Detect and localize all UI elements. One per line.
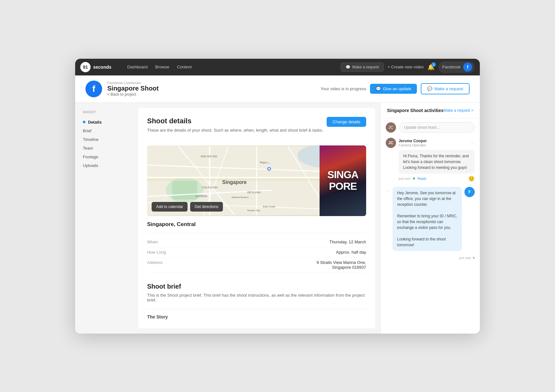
outgoing-avatar: F: [464, 187, 475, 197]
jerome-message-bubble: Hi Fiona, Thanks for the reminder, and l…: [399, 150, 475, 174]
sidebar-item-team[interactable]: Team: [83, 144, 125, 152]
sidebar-item-brief[interactable]: Brief: [83, 126, 125, 135]
sidebar-footage-label: Footage: [83, 154, 98, 159]
sidebar: SHOOT Details Brief Timeline Team Footag…: [75, 103, 133, 334]
nav-dashboard[interactable]: Dashboard: [127, 65, 148, 69]
user-initial: f: [467, 65, 469, 70]
sidebar-item-footage[interactable]: Footage: [83, 152, 125, 161]
project-actions: Your video is in progress 💬 Give an upda…: [321, 83, 470, 94]
jerome-message-footer: just now Reply 🙂: [399, 176, 475, 182]
nav-browse[interactable]: Browse: [155, 65, 169, 69]
outgoing-more-button[interactable]: ···: [386, 188, 390, 194]
shoot-details-title-area: Shoot details These are the details of y…: [147, 117, 323, 139]
project-logo: f: [85, 81, 102, 97]
create-video-button[interactable]: + Create new video: [388, 65, 424, 69]
center-panel: Shoot details These are the details of y…: [138, 108, 375, 328]
when-value: Thursday, 12 March: [329, 240, 366, 244]
nav-content[interactable]: Content: [177, 65, 192, 69]
details-table: When Thursday, 12 March How Long Approx.…: [147, 233, 366, 273]
sidebar-item-details[interactable]: Details: [83, 118, 125, 126]
topbar-make-request-button[interactable]: 💬 Make a request: [341, 63, 384, 72]
logo-area: 91 seconds: [80, 62, 122, 72]
jerome-message-text: Hi Fiona, Thanks for the reminder, and l…: [403, 154, 469, 170]
sidebar-uploads-label: Uploads: [83, 163, 98, 168]
address-label: Address: [147, 260, 163, 270]
topbar-make-request-label: Make a request: [352, 65, 379, 69]
make-request-icon-blue: 💬: [427, 86, 432, 91]
map-container: Singapore Paya L... ANG MO KIO GEYLANG N…: [147, 145, 366, 216]
svg-text:Suntec City: Suntec City: [247, 209, 260, 212]
svg-text:NOVENA: NOVENA: [196, 194, 207, 197]
jerome-avatar: JC: [386, 138, 396, 148]
commenter-avatar: JC: [386, 122, 396, 133]
sidebar-item-uploads[interactable]: Uploads: [83, 161, 125, 170]
comment-placeholder: Update shoot team...: [404, 125, 440, 130]
user-label: Facebook: [442, 65, 461, 69]
project-make-request-label: Make a request: [434, 86, 463, 91]
shoot-brief-title: Shoot brief: [147, 283, 366, 290]
outgoing-status-dot: [473, 257, 475, 259]
give-update-button[interactable]: 💬 Give an update: [370, 84, 417, 94]
change-details-button[interactable]: Change details: [327, 117, 366, 127]
sidebar-brief-label: Brief: [83, 128, 92, 133]
svg-text:ANG MO KIO: ANG MO KIO: [200, 154, 217, 158]
jerome-reply-button[interactable]: Reply: [418, 177, 427, 180]
give-update-icon: 💬: [376, 86, 381, 91]
logo-number: 91: [83, 65, 88, 70]
top-nav: Dashboard Browse Content: [127, 65, 336, 69]
right-panel: Singapore Shoot activities Make a reques…: [380, 103, 480, 334]
jerome-timestamp: just now: [399, 177, 410, 180]
sidebar-item-timeline[interactable]: Timeline: [83, 135, 125, 144]
activities-header: Singapore Shoot activities Make a reques…: [381, 103, 480, 118]
outgoing-message-row: ··· Hey Jerome, See you tomorrow at the …: [386, 187, 475, 251]
outgoing-timestamp: just now: [459, 256, 471, 260]
make-request-icon: 💬: [346, 65, 350, 69]
message-jerome: JC Jerome Cooper Camera Operator ··· Hi …: [386, 138, 475, 182]
user-account-button[interactable]: Facebook f: [438, 61, 475, 73]
howlong-label: How Long: [147, 250, 166, 255]
jerome-more-button[interactable]: ···: [471, 140, 475, 146]
sidebar-team-label: Team: [83, 146, 93, 151]
give-update-label: Give an update: [383, 86, 411, 91]
details-header-row: Shoot details These are the details of y…: [147, 117, 366, 139]
topbar-right: 💬 Make a request + Create new video 🔔 1 …: [341, 61, 475, 73]
user-avatar: f: [463, 63, 472, 72]
singapore-image: SINGAPORE: [320, 145, 366, 216]
logo-text: seconds: [93, 65, 111, 70]
activities-title: Singapore Shoot activities: [387, 108, 444, 113]
jerome-emoji-button[interactable]: 🙂: [468, 176, 475, 182]
jerome-online-dot: [413, 178, 415, 179]
jerome-role: Camera Operator: [399, 143, 427, 147]
comment-input-row: JC Update shoot team...: [386, 122, 475, 133]
location-name: Singapore, Central: [147, 221, 366, 228]
svg-text:National Museum: National Museum: [232, 196, 249, 198]
outgoing-message-footer: just now: [386, 256, 475, 260]
sidebar-details-label: Details: [88, 120, 102, 125]
svg-text:Singapore: Singapore: [222, 179, 247, 185]
browser-window: 91 seconds Dashboard Browse Content 💬 Ma…: [75, 59, 480, 334]
get-directions-button[interactable]: Get directions: [190, 202, 223, 212]
topbar: 91 seconds Dashboard Browse Content 💬 Ma…: [75, 59, 480, 75]
details-row-when: When Thursday, 12 March: [147, 237, 366, 247]
project-header: f Facebook Livestream Singapore Shoot < …: [75, 75, 480, 103]
notification-bell-button[interactable]: 🔔 1: [427, 64, 435, 71]
activities-body: JC Update shoot team... JC Jerome Cooper…: [381, 118, 480, 334]
project-make-request-button[interactable]: 💬 Make a request: [421, 83, 470, 94]
activities-make-request-link[interactable]: Make a request >: [444, 108, 473, 113]
comment-input-field[interactable]: Update shoot team...: [399, 122, 475, 133]
active-dot-icon: [83, 121, 85, 123]
svg-text:Paya L...: Paya L...: [260, 161, 271, 164]
project-type: Facebook Livestream: [107, 81, 159, 85]
sidebar-timeline-label: Timeline: [83, 137, 99, 142]
howlong-value: Approx. half day: [336, 250, 366, 255]
jerome-name: Jerome Cooper: [399, 139, 427, 143]
details-row-address: Address 9 Straits View Marina One,Singap…: [147, 257, 366, 273]
map-buttons: Add to calendar Get directions: [152, 202, 223, 212]
svg-text:TOA PAYOH: TOA PAYOH: [202, 186, 218, 189]
add-to-calendar-button[interactable]: Add to calendar: [152, 202, 188, 212]
back-to-project-link[interactable]: < Back to project: [107, 92, 159, 97]
jerome-name-role: Jerome Cooper Camera Operator: [399, 139, 427, 147]
project-title: Singapore Shoot: [107, 85, 159, 92]
logo-circle: 91: [80, 62, 91, 72]
video-status-text: Your video is in progress: [321, 86, 366, 91]
